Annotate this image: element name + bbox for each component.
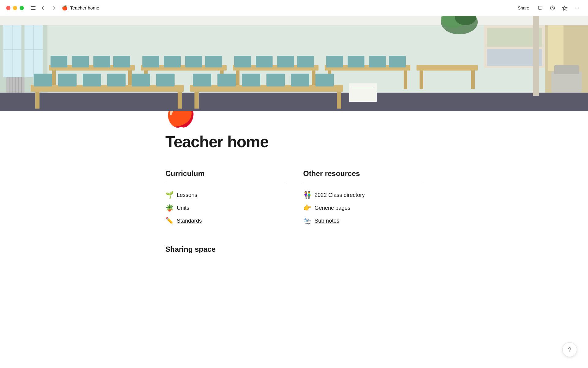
svg-rect-14 <box>0 93 588 111</box>
svg-rect-49 <box>326 56 343 67</box>
page-title-bar: 🍎 Teacher home <box>62 5 99 11</box>
sub-notes-link[interactable]: Sub notes <box>315 218 339 224</box>
curriculum-section: Curriculum 🌱 Lessons 🪴 Units ✏️ Standard… <box>165 169 285 227</box>
sharing-heading: Sharing space <box>165 245 423 254</box>
sub-notes-emoji: 🛬 <box>303 217 311 225</box>
svg-point-3 <box>579 7 579 8</box>
title-emoji: 🍎 <box>62 5 68 11</box>
other-resources-section: Other resources 👫 2022 Class directory 👉… <box>303 169 423 227</box>
svg-rect-52 <box>389 56 406 67</box>
nav-controls <box>39 4 58 12</box>
svg-rect-15 <box>0 16 588 25</box>
svg-rect-81 <box>554 65 579 74</box>
lessons-link[interactable]: Lessons <box>177 192 197 198</box>
svg-rect-36 <box>164 56 181 67</box>
units-emoji: 🪴 <box>165 204 174 212</box>
svg-rect-28 <box>51 56 67 67</box>
svg-rect-13 <box>548 25 564 71</box>
svg-rect-35 <box>142 56 159 67</box>
title-bar-actions: Share <box>514 3 582 13</box>
svg-rect-57 <box>58 74 77 86</box>
page-title: Teacher home <box>165 132 423 151</box>
svg-rect-50 <box>348 56 364 67</box>
other-resources-list: 👫 2022 Class directory 👉 Generic pages 🛬… <box>303 189 423 227</box>
curriculum-list: 🌱 Lessons 🪴 Units ✏️ Standards <box>165 189 285 227</box>
page-body: 🍎 Teacher home Curriculum 🌱 Lessons 🪴 Un… <box>110 102 478 254</box>
traffic-lights <box>6 6 24 10</box>
svg-rect-55 <box>178 92 182 109</box>
svg-rect-60 <box>132 74 150 86</box>
list-item: 🪴 Units <box>165 202 285 214</box>
list-item: 🌱 Lessons <box>165 189 285 201</box>
svg-rect-73 <box>417 65 478 71</box>
svg-rect-51 <box>369 56 386 67</box>
title-bar: 🍎 Teacher home Share <box>0 0 588 16</box>
generic-pages-emoji: 👉 <box>303 204 311 212</box>
svg-rect-66 <box>217 74 236 86</box>
lessons-emoji: 🌱 <box>165 191 174 199</box>
list-item: 👉 Generic pages <box>303 202 423 214</box>
comment-button[interactable] <box>535 3 545 13</box>
svg-rect-67 <box>242 74 260 86</box>
maximize-button[interactable] <box>20 6 24 10</box>
list-item: 👫 2022 Class directory <box>303 189 423 201</box>
svg-rect-48 <box>404 71 407 89</box>
main-content: 🍎 Teacher home Curriculum 🌱 Lessons 🪴 Un… <box>0 16 588 254</box>
svg-rect-69 <box>291 74 309 86</box>
svg-rect-63 <box>194 92 199 109</box>
svg-rect-38 <box>205 56 222 67</box>
svg-rect-80 <box>551 71 582 93</box>
svg-rect-31 <box>113 56 130 67</box>
other-resources-heading: Other resources <box>303 169 423 178</box>
svg-rect-29 <box>72 56 89 67</box>
sharing-section: Sharing space <box>165 245 423 254</box>
svg-rect-54 <box>35 92 40 109</box>
svg-rect-43 <box>256 56 273 67</box>
svg-rect-59 <box>107 74 126 86</box>
svg-rect-37 <box>185 56 202 67</box>
back-button[interactable] <box>39 4 47 12</box>
hero-image <box>0 16 588 111</box>
svg-rect-75 <box>471 71 475 89</box>
history-button[interactable] <box>548 3 557 13</box>
svg-rect-68 <box>266 74 285 86</box>
more-options-button[interactable] <box>572 3 582 13</box>
svg-rect-74 <box>420 71 423 89</box>
svg-rect-58 <box>83 74 101 86</box>
generic-pages-link[interactable]: Generic pages <box>315 205 350 211</box>
svg-rect-70 <box>315 74 334 86</box>
svg-rect-45 <box>297 56 314 67</box>
sidebar-toggle-button[interactable] <box>29 5 37 11</box>
class-directory-link[interactable]: 2022 Class directory <box>315 192 365 198</box>
favorite-button[interactable] <box>560 3 570 13</box>
svg-rect-44 <box>277 56 294 67</box>
svg-rect-61 <box>156 74 175 86</box>
minimize-button[interactable] <box>13 6 17 10</box>
svg-rect-71 <box>349 83 377 102</box>
list-item: ✏️ Standards <box>165 215 285 227</box>
units-link[interactable]: Units <box>177 205 189 211</box>
class-directory-emoji: 👫 <box>303 191 311 199</box>
other-resources-divider <box>303 183 423 183</box>
curriculum-divider <box>165 183 285 183</box>
svg-point-1 <box>575 7 576 8</box>
svg-rect-79 <box>533 16 539 96</box>
standards-link[interactable]: Standards <box>177 218 202 224</box>
two-column-section: Curriculum 🌱 Lessons 🪴 Units ✏️ Standard… <box>165 169 423 227</box>
svg-rect-65 <box>193 74 211 86</box>
svg-rect-30 <box>93 56 110 67</box>
standards-emoji: ✏️ <box>165 217 174 225</box>
help-button[interactable]: ? <box>562 342 577 357</box>
list-item: 🛬 Sub notes <box>303 215 423 227</box>
svg-point-2 <box>577 7 578 8</box>
curriculum-heading: Curriculum <box>165 169 285 178</box>
forward-button[interactable] <box>50 4 58 12</box>
svg-rect-42 <box>234 56 251 67</box>
svg-rect-64 <box>337 92 341 109</box>
share-button[interactable]: Share <box>514 4 533 12</box>
title-bar-text: Teacher home <box>70 5 99 10</box>
close-button[interactable] <box>6 6 10 10</box>
svg-rect-56 <box>34 74 52 86</box>
